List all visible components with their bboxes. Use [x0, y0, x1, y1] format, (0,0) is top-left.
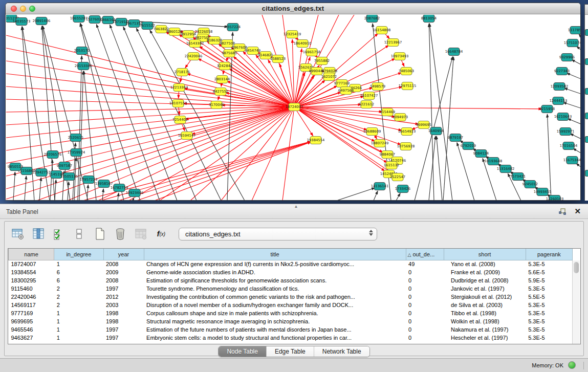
graph-node[interactable]: 3242844	[217, 62, 232, 70]
graph-node[interactable]: 17359924	[68, 149, 85, 157]
graph-node[interactable]: 10993455	[534, 188, 552, 196]
graph-node[interactable]: 20206576	[44, 151, 62, 159]
table-scrollbar-thumb[interactable]	[574, 262, 579, 273]
close-panel-icon[interactable]: ✕	[574, 207, 581, 216]
memory-status-indicator[interactable]	[568, 361, 576, 369]
table-row[interactable]: 1872400712008Changes of HCN gene express…	[9, 260, 573, 268]
table-source-dropdown[interactable]: citations_edges.txt	[179, 228, 377, 240]
graph-node[interactable]: 9084124	[473, 150, 489, 158]
graph-node[interactable]: 18640910	[294, 40, 312, 48]
tab-network-table[interactable]: Network Table	[314, 346, 369, 357]
graph-node[interactable]: 7357224	[225, 24, 241, 31]
graph-node[interactable]: 8860128	[167, 28, 182, 36]
graph-node[interactable]: 12260103	[546, 195, 564, 201]
deselect-all-icon[interactable]	[72, 227, 86, 241]
graph-node[interactable]: 9699695	[416, 121, 431, 129]
graph-node[interactable]: 1588523	[270, 55, 286, 63]
table-row[interactable]: 946362711997Embryonic stem cells: a mode…	[9, 334, 573, 342]
graph-node[interactable]: 2087682	[364, 15, 380, 23]
table-row[interactable]: 2242004622012Investigating the contribut…	[9, 293, 573, 301]
graph-node[interactable]: 16107427	[360, 92, 378, 100]
graph-node[interactable]: 3170046	[209, 101, 224, 109]
function-builder-icon[interactable]: f(x)	[154, 227, 168, 241]
graph-node[interactable]: 1621072	[321, 73, 337, 81]
graph-node[interactable]: 1615132	[384, 162, 399, 169]
graph-node[interactable]: 9879197	[448, 134, 463, 142]
graph-node[interactable]: 12325419	[284, 31, 301, 38]
graph-node[interactable]: 9227343	[554, 68, 570, 75]
graph-node[interactable]: 15316482	[497, 165, 515, 173]
tab-node-table[interactable]: Node Table	[219, 346, 267, 357]
graph-node[interactable]: 9245012	[522, 181, 538, 188]
graph-node[interactable]: 2718176	[175, 69, 190, 76]
graph-node[interactable]: 12975115	[399, 82, 417, 90]
graph-node[interactable]: 16154808	[373, 27, 391, 34]
graph-node[interactable]: 9097587	[57, 162, 72, 170]
graph-node[interactable]: 3875685	[222, 50, 237, 57]
graph-node[interactable]: 7955882	[314, 57, 330, 65]
float-panel-icon[interactable]	[558, 208, 567, 216]
graph-node[interactable]: 9850513	[8, 163, 23, 171]
graph-node[interactable]: 2520615	[68, 134, 83, 142]
graph-node[interactable]: 17016504	[560, 142, 578, 150]
divider-collapse-handle-icon[interactable]: ▲	[294, 204, 298, 209]
column-header-pagerank[interactable]: pagerank	[526, 249, 572, 260]
graph-node[interactable]: 12093582	[551, 83, 569, 91]
select-all-icon[interactable]	[52, 227, 66, 241]
graph-node[interactable]: 10193648	[485, 158, 503, 165]
column-header-name[interactable]: name	[9, 249, 54, 260]
graph-node[interactable]: 2522547	[390, 173, 405, 181]
graph-node[interactable]: 7573421	[510, 173, 526, 181]
graph-node[interactable]: 10756928	[397, 143, 415, 150]
graph-node[interactable]: 7485063	[399, 68, 414, 75]
graph-node[interactable]: 12444153	[550, 97, 568, 105]
graph-node[interactable]: 9777169	[334, 80, 350, 87]
graph-node[interactable]: 6497568	[338, 87, 354, 95]
window-titlebar[interactable]: citations_edges.txt	[6, 3, 580, 14]
graph-node[interactable]: 15751074	[564, 39, 580, 47]
graph-node[interactable]: 8813054	[421, 15, 437, 23]
column-header-out_de[interactable]: △out_de...	[406, 249, 444, 260]
network-canvas[interactable]: 1872400774638228860128891295423226058982…	[6, 15, 580, 201]
graph-node[interactable]: 10655287	[70, 15, 88, 23]
graph-node[interactable]: 20891406	[33, 17, 51, 25]
graph-node[interactable]: 12213967	[384, 39, 402, 47]
graph-node[interactable]: 8427552	[213, 88, 228, 96]
graph-node[interactable]: 20153346	[75, 62, 93, 70]
graph-node[interactable]: 14136141	[371, 183, 389, 190]
graph-node[interactable]: 16594147	[178, 132, 196, 140]
graph-node[interactable]: 8912954	[181, 31, 196, 38]
graph-node[interactable]: 2053170	[74, 47, 90, 55]
graph-node[interactable]: 22420046	[185, 53, 203, 60]
table-row[interactable]: 977716911998Corpus callosum shape and si…	[9, 309, 573, 317]
graph-node[interactable]: 9329966	[559, 54, 575, 61]
graph-node[interactable]: 16648784	[445, 48, 463, 56]
graph-node[interactable]: 16961758	[303, 49, 321, 56]
graph-node[interactable]: 1117853	[568, 27, 580, 34]
new-table-icon[interactable]	[93, 227, 107, 241]
graph-node[interactable]: 10688609	[363, 128, 381, 136]
graph-node[interactable]: 1498579	[370, 83, 385, 91]
delete-table-icon[interactable]	[113, 227, 127, 241]
table-row[interactable]: 1830029562008Estimation of significance …	[9, 276, 573, 285]
graph-node[interactable]: 1221612	[359, 101, 374, 108]
table-row[interactable]: 946554611997Estimation of the future num…	[9, 325, 573, 334]
column-header-in_degree[interactable]: in_degree	[54, 249, 103, 260]
graph-node[interactable]: 7615522	[140, 22, 155, 30]
graph-node[interactable]: 1733426	[395, 185, 410, 193]
graph-node[interactable]: 7254402	[172, 116, 188, 124]
graph-node[interactable]: 12923446	[126, 189, 144, 197]
column-header-short[interactable]: short	[444, 249, 526, 260]
table-row[interactable]: 969969511998Structural magnetic resonanc…	[9, 317, 573, 325]
graph-node[interactable]: 19384554	[307, 137, 325, 144]
table-row[interactable]: 1938455462009Genome-wide association stu…	[9, 268, 573, 276]
show-columns-icon[interactable]	[31, 227, 46, 241]
column-header-title[interactable]: title	[144, 249, 406, 260]
graph-node[interactable]: 6792019	[461, 142, 476, 150]
graph-node[interactable]: 1640954	[428, 127, 444, 135]
table-options-icon[interactable]	[11, 227, 25, 241]
graph-node[interactable]: 2803144	[214, 76, 230, 83]
graph-node[interactable]: 9215958	[539, 105, 555, 113]
table-row[interactable]: 1456911722003Disruption of a novel membe…	[9, 301, 573, 309]
column-header-year[interactable]: year	[103, 249, 144, 260]
